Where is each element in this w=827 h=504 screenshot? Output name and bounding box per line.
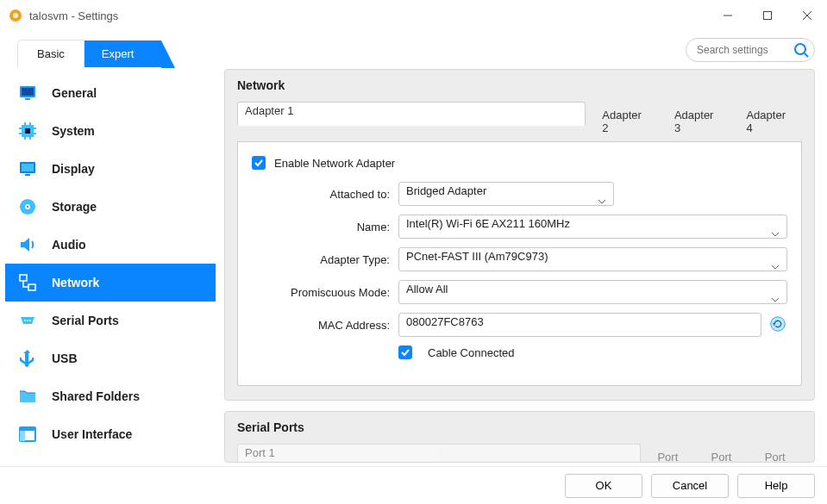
tab-label: Adapter 4	[746, 109, 786, 134]
sidebar-item-label: Storage	[52, 200, 97, 214]
tab-label: Adapter 2	[602, 109, 642, 134]
adapter-tabs: Adapter 1 Adapter 2 Adapter 3 Adapter 4	[237, 101, 802, 142]
svg-rect-3	[764, 12, 772, 20]
mac-label: MAC Address:	[252, 319, 398, 332]
display-icon	[17, 159, 38, 179]
svg-point-35	[770, 317, 785, 332]
disk-icon	[17, 196, 38, 217]
window-controls	[708, 0, 827, 31]
close-button[interactable]	[787, 0, 827, 31]
tab-label: Port 3	[711, 451, 732, 463]
folder-icon	[17, 386, 38, 407]
svg-rect-9	[22, 88, 34, 96]
tab-adapter-2[interactable]: Adapter 2	[586, 101, 658, 141]
promiscuous-select[interactable]: Allow All	[398, 280, 787, 304]
mode-tab-label: Basic	[37, 47, 65, 60]
mode-tab-basic[interactable]: Basic	[17, 40, 85, 67]
svg-point-1	[13, 13, 18, 18]
sidebar-item-system[interactable]: System	[5, 112, 216, 150]
select-value: Bridged Adapter	[406, 184, 486, 197]
sidebar-item-network[interactable]: Network	[5, 264, 216, 302]
port-tabs: Port 1 Port 2 Port 3 Port 4	[237, 443, 802, 463]
svg-rect-22	[22, 164, 34, 171]
select-value: Intel(R) Wi-Fi 6E AX211 160MHz	[406, 217, 570, 230]
tab-port-4[interactable]: Port 4	[749, 443, 802, 463]
mode-tabs: Basic Expert	[17, 33, 161, 67]
svg-point-29	[24, 320, 26, 321]
tab-port-2[interactable]: Port 2	[641, 443, 694, 463]
tab-label: Adapter 1	[245, 104, 293, 117]
sidebar-item-label: Serial Ports	[52, 314, 119, 327]
cable-connected-label: Cable Connected	[428, 346, 514, 359]
dialog-footer: OK Cancel Help	[0, 466, 827, 504]
sidebar-item-label: Display	[52, 162, 95, 176]
panel-title: Network	[237, 78, 802, 92]
chevron-down-icon	[771, 259, 780, 272]
mac-refresh-button[interactable]	[768, 314, 787, 335]
sidebar-item-serial[interactable]: Serial Ports	[5, 302, 216, 339]
adapter-type-select[interactable]: PCnet-FAST III (Am79C973)	[398, 247, 787, 271]
svg-point-6	[795, 44, 805, 54]
sidebar-item-ui[interactable]: User Interface	[5, 415, 216, 453]
cancel-button[interactable]: Cancel	[651, 474, 729, 498]
tab-adapter-1[interactable]: Adapter 1	[237, 102, 586, 126]
sidebar-item-label: User Interface	[52, 427, 132, 441]
tab-port-1[interactable]: Port 1	[237, 444, 641, 463]
network-icon	[17, 272, 38, 293]
adapter-type-label: Adapter Type:	[252, 253, 398, 266]
tab-adapter-3[interactable]: Adapter 3	[658, 101, 730, 141]
select-value: Allow All	[406, 283, 448, 296]
sidebar-item-label: Shared Folders	[52, 389, 140, 403]
attached-to-select[interactable]: Bridged Adapter	[398, 182, 614, 206]
sidebar-item-usb[interactable]: USB	[5, 339, 216, 377]
search-icon[interactable]	[793, 41, 810, 59]
maximize-button[interactable]	[748, 0, 787, 31]
tab-label: Port 1	[245, 446, 275, 459]
tab-label: Adapter 3	[674, 109, 714, 134]
sidebar-item-label: General	[52, 86, 97, 100]
svg-point-31	[29, 320, 31, 321]
svg-rect-12	[25, 128, 30, 134]
mac-input[interactable]: 080027FC8763	[398, 313, 761, 337]
svg-rect-34	[20, 431, 25, 441]
top-row: Basic Expert	[0, 31, 827, 69]
ok-button[interactable]: OK	[565, 474, 642, 498]
sidebar-item-label: USB	[52, 352, 78, 365]
input-value: 080027FC8763	[406, 315, 484, 328]
sidebar-item-label: System	[52, 124, 95, 138]
sidebar-item-shared[interactable]: Shared Folders	[5, 377, 216, 415]
svg-rect-28	[28, 284, 35, 290]
search-wrap	[686, 38, 815, 62]
adapter-body: Enable Network Adapter Attached to: Brid…	[237, 142, 802, 386]
usb-icon	[17, 348, 38, 369]
select-value: PCnet-FAST III (Am79C973)	[406, 250, 548, 263]
name-select[interactable]: Intel(R) Wi-Fi 6E AX211 160MHz	[398, 215, 787, 239]
minimize-button[interactable]	[708, 0, 748, 31]
mode-tab-expert[interactable]: Expert	[85, 40, 162, 67]
mode-tab-label: Expert	[102, 47, 135, 60]
svg-rect-23	[25, 174, 30, 176]
enable-adapter-checkbox[interactable]	[252, 156, 266, 170]
sidebar-item-general[interactable]: General	[5, 74, 216, 112]
chevron-down-icon	[598, 194, 606, 207]
enable-adapter-row: Enable Network Adapter	[252, 156, 787, 170]
tab-label: Port 4	[765, 451, 786, 463]
content-area: Network Adapter 1 Adapter 2 Adapter 3 Ad…	[216, 69, 818, 466]
svg-point-30	[27, 320, 28, 321]
sidebar-item-display[interactable]: Display	[5, 150, 216, 188]
help-button[interactable]: Help	[737, 474, 815, 498]
tab-adapter-4[interactable]: Adapter 4	[730, 101, 802, 141]
tab-port-3[interactable]: Port 3	[695, 443, 749, 463]
svg-rect-33	[20, 427, 35, 431]
chevron-down-icon	[771, 227, 780, 240]
sidebar-item-audio[interactable]: Audio	[5, 226, 216, 264]
chip-icon	[17, 121, 38, 141]
app-icon	[9, 9, 22, 22]
main-area: General System Display Storage Audio Net…	[0, 69, 827, 466]
promiscuous-label: Promiscuous Mode:	[252, 286, 398, 299]
name-label: Name:	[252, 221, 398, 233]
svg-line-7	[805, 53, 808, 57]
cable-connected-checkbox[interactable]	[398, 345, 412, 359]
title-bar: talosvm - Settings	[0, 0, 827, 31]
sidebar-item-storage[interactable]: Storage	[5, 188, 216, 226]
